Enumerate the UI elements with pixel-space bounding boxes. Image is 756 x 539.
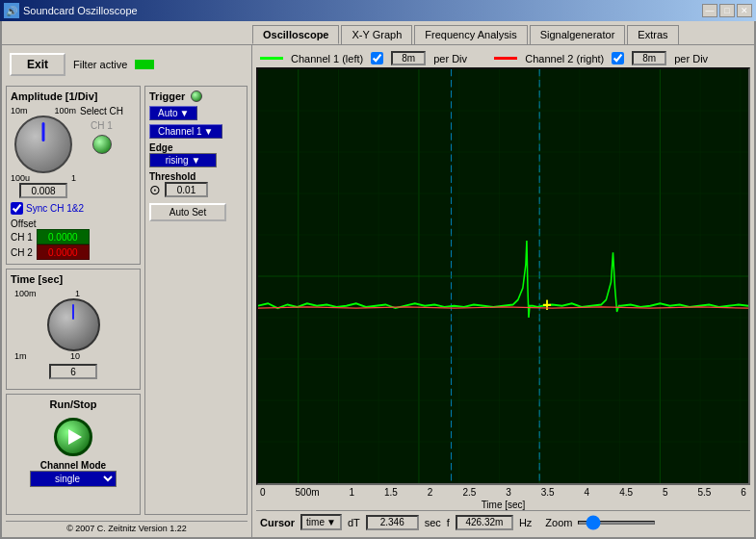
time-label-5.5: 5.5	[698, 487, 712, 498]
left-panel: Exit Filter active Amplitude [1/Div]	[2, 45, 252, 537]
time-label-0: 0	[260, 487, 266, 498]
ch2-color-indicator	[494, 57, 517, 60]
tab-signalgenerator[interactable]: Signalgenerator	[530, 25, 626, 44]
threshold-input[interactable]	[165, 182, 208, 197]
minimize-button[interactable]: —	[702, 4, 717, 17]
cursor-type-button[interactable]: time ▼	[300, 514, 342, 530]
filter-label: Filter active	[73, 59, 127, 70]
time-label-6: 6	[741, 487, 746, 498]
trigger-auto-button[interactable]: Auto ▼	[149, 106, 197, 120]
trigger-channel-button[interactable]: Channel 1 ▼	[149, 124, 222, 139]
f-value-input[interactable]	[456, 515, 513, 530]
run-stop-section: Run/Stop Channel Mode single dual	[6, 394, 141, 515]
select-ch-area: Select CH CH 1	[80, 106, 123, 154]
run-stop-button[interactable]	[54, 418, 92, 456]
close-button[interactable]: ✕	[737, 4, 752, 17]
ch1-legend-label: Channel 1 (left)	[291, 53, 363, 64]
tab-bar: Oscilloscope X-Y Graph Frequency Analysi…	[2, 21, 754, 44]
channel-legend: Channel 1 (left) per Div Channel 2 (righ…	[256, 49, 750, 67]
oscilloscope-svg: +	[258, 69, 748, 483]
time-axis-label: Time [sec]	[256, 500, 750, 510]
maximize-button[interactable]: □	[719, 4, 735, 17]
ch1-label: CH 1	[91, 120, 113, 131]
amplitude-section: Amplitude [1/Div] 10m 100m	[6, 86, 141, 265]
sync-checkbox[interactable]	[11, 202, 23, 215]
time-label-3: 3	[506, 487, 511, 498]
exit-button[interactable]: Exit	[10, 53, 65, 76]
dt-value-input[interactable]	[366, 515, 419, 530]
main-window: Oscilloscope X-Y Graph Frequency Analysi…	[0, 21, 756, 539]
ch1-offset-row: CH 1	[11, 229, 136, 244]
zoom-label: Zoom	[545, 517, 572, 528]
threshold-slider-icon: ⊙	[149, 182, 161, 197]
copyright: © 2007 C. Zeitnitz Version 1.22	[6, 521, 248, 533]
trigger-edge-label: rising	[166, 155, 189, 166]
time-label-500m: 500m	[296, 487, 320, 498]
ch1-indicator	[92, 135, 112, 154]
zoom-slider[interactable]	[578, 521, 655, 525]
tab-frequency-analysis[interactable]: Frequency Analysis	[414, 25, 527, 44]
ch1-visible-checkbox[interactable]	[371, 52, 383, 64]
tab-xy-graph[interactable]: X-Y Graph	[341, 25, 412, 44]
trigger-section: Trigger Auto ▼ Channel 1 ▼	[144, 86, 248, 515]
oscilloscope-display[interactable]: +	[256, 67, 750, 485]
time-label-4: 4	[585, 487, 590, 498]
time-section: Time [sec] 100m 1 1m 10	[6, 269, 141, 390]
ch2-visible-checkbox[interactable]	[612, 52, 624, 64]
amplitude-value-input[interactable]	[19, 183, 67, 198]
tab-oscilloscope[interactable]: Oscilloscope	[252, 25, 339, 44]
amp-label-100u: 100u	[11, 173, 30, 183]
channel-mode-label: Channel Mode	[30, 460, 117, 471]
threshold-label: Threshold	[149, 171, 243, 182]
content-area: Exit Filter active Amplitude [1/Div]	[2, 44, 754, 537]
time-value-input[interactable]	[49, 364, 97, 379]
time-title: Time [sec]	[11, 273, 136, 285]
amplitude-knob-area: 10m 100m 100u 1	[11, 106, 76, 198]
amplitude-knob[interactable]	[14, 116, 72, 173]
ch2-offset-label: CH 2	[11, 247, 33, 258]
run-stop-title: Run/Stop	[50, 398, 97, 410]
time-label-3.5: 3.5	[541, 487, 555, 498]
time-knob[interactable]	[47, 298, 100, 351]
sync-label: Sync CH 1&2	[26, 203, 84, 214]
right-panel: Channel 1 (left) per Div Channel 2 (righ…	[252, 45, 754, 537]
app-icon: 🔊	[4, 3, 19, 18]
trigger-channel-label: Channel 1	[158, 126, 202, 137]
time-label-2: 2	[428, 487, 433, 498]
cursor-label: Cursor	[260, 517, 295, 528]
offset-label: Offset	[11, 218, 37, 229]
time-label-100m: 100m	[14, 289, 37, 298]
channel-mode-dropdown[interactable]: single dual	[30, 471, 117, 487]
amp-label-1: 1	[71, 173, 76, 183]
select-ch-label: Select CH	[80, 106, 123, 116]
ch2-legend-label: Channel 2 (right)	[525, 53, 604, 64]
play-icon	[68, 429, 82, 445]
ch1-offset-input[interactable]	[37, 229, 90, 244]
trigger-title: Trigger	[149, 90, 185, 102]
ch1-per-div-input[interactable]	[391, 51, 426, 65]
ch2-offset-input[interactable]	[37, 244, 90, 260]
cursor-type-dropdown-icon: ▼	[326, 517, 336, 527]
time-label-5: 5	[663, 487, 668, 498]
auto-set-button[interactable]: Auto Set	[149, 203, 226, 221]
trigger-edge-button[interactable]: rising ▼	[149, 153, 217, 167]
svg-text:+: +	[542, 295, 552, 316]
time-axis: 0 500m 1 1.5 2 2.5 3 3.5 4 4.5 5 5.5 6	[256, 485, 750, 500]
trigger-indicator	[191, 90, 202, 102]
trigger-channel-dropdown-icon: ▼	[204, 126, 214, 137]
amp-label-100m: 100m	[54, 106, 76, 116]
ch2-per-div-input[interactable]	[632, 51, 666, 65]
ch1-per-div-unit: per Div	[433, 53, 467, 64]
top-controls: Exit Filter active	[6, 49, 248, 80]
trigger-edge-dropdown-icon: ▼	[191, 155, 200, 166]
ch1-offset-label: CH 1	[11, 232, 33, 243]
channel-mode-section: Channel Mode single dual	[30, 460, 117, 487]
dt-label: dT	[348, 517, 360, 528]
tab-extras[interactable]: Extras	[627, 25, 678, 44]
dt-unit: sec	[425, 517, 441, 528]
amplitude-title: Amplitude [1/Div]	[11, 90, 136, 102]
ch1-color-indicator	[260, 57, 283, 60]
f-unit: Hz	[519, 517, 532, 528]
amp-label-10m: 10m	[11, 106, 28, 116]
time-knob-marker	[72, 304, 74, 320]
